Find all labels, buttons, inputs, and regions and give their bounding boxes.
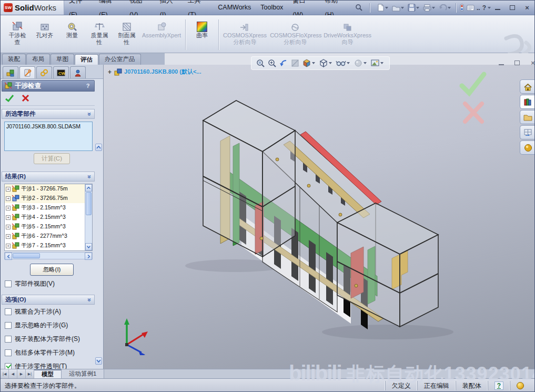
undo-button[interactable] [438,3,453,13]
assemblyxpert-button[interactable]: AssemblyXpert [142,18,181,39]
tab-sketch[interactable]: 草图 [51,54,74,65]
results-vertical-scrollbar[interactable] [85,184,92,250]
option-multibody-checkbox[interactable]: 包括多体零件干涉(M) [1,346,103,359]
previous-view-button[interactable] [279,58,288,68]
dropdown-caret-icon[interactable] [364,62,367,64]
open-document-button[interactable] [391,3,407,13]
doc-minimize-button[interactable] [496,58,507,67]
design-library-tab[interactable] [520,95,535,109]
currency-status-button[interactable] [510,381,530,390]
rebuild-button[interactable] [458,3,466,13]
doc-restore-button[interactable] [512,58,522,67]
appearances-scenes-tab[interactable] [520,140,535,155]
checkbox-icon[interactable] [5,349,12,356]
result-item[interactable]: 干涉1 - 37266.75m [5,184,92,194]
selected-components-listbox[interactable]: J0701160.JSKB.800.SLDASM [4,122,93,151]
interference-check-button[interactable]: 干涉检查 [5,18,29,46]
cosmosxpress-button[interactable]: COSMOSXpress 分析向导 [223,18,267,46]
measure-button[interactable]: 测量 [60,18,84,39]
confirmation-corner[interactable] [457,70,489,129]
zoom-to-area-button[interactable] [267,58,277,68]
results-horizontal-scrollbar[interactable] [4,252,93,259]
view-palette-tab[interactable] [520,125,535,139]
tab-scroll-left-button[interactable]: ◀ [9,369,17,378]
save-button[interactable] [407,3,422,13]
display-manager-tab[interactable] [70,66,86,78]
ignore-button[interactable]: 忽略(I) [30,264,74,276]
mass-properties-button[interactable]: 质量属性 [87,18,112,46]
toolbar-overflow[interactable]: .. [476,3,481,13]
edit-appearance-button[interactable] [354,58,368,68]
dropdown-caret-icon[interactable] [380,62,383,64]
component-view-checkbox[interactable]: 零部件视图(V) [1,277,103,290]
close-button[interactable]: × [522,4,532,12]
configuration-manager-tab[interactable] [36,66,52,78]
ok-check-button[interactable] [5,94,14,103]
cancel-x-button[interactable] [22,94,29,102]
tab-scroll-right-button[interactable]: ▶ [17,369,26,378]
feature-manager-flyout[interactable]: + J0701160.JSKB.800 (默认<... [108,68,201,76]
calculate-button[interactable]: 计算(C) [34,153,70,164]
maximize-button[interactable] [507,4,518,12]
feature-manager-tab[interactable] [3,66,18,78]
tab-scroll-last-button[interactable]: ▶| [26,369,34,378]
property-manager-tab[interactable] [19,66,35,78]
cosmosfloxpress-button[interactable]: COSMOSFloXpress 分析向导 [270,18,320,46]
assembly-name-label[interactable]: J0701160.JSKB.800 (默认<... [124,68,201,76]
tab-office-products[interactable]: 办公室产品 [99,54,141,65]
scroll-left-icon[interactable] [5,253,12,260]
pm-help-button[interactable]: ? [84,83,92,89]
dropdown-caret-icon[interactable] [312,62,315,64]
result-item[interactable]: 干涉5 - 2.15mm^3 [5,222,92,232]
scroll-right-icon[interactable] [85,253,92,260]
panel-scroll-up-button[interactable] [95,144,102,151]
results-header[interactable]: 结果(R) « [2,172,95,182]
expand-icon[interactable] [6,225,11,229]
result-item[interactable]: 干涉3 - 2.15mm^3 [5,203,92,213]
selected-component-item[interactable]: J0701160.JSKB.800.SLDASM [6,123,90,129]
tab-evaluate[interactable]: 评估 [75,54,98,65]
section-properties-button[interactable]: 剖面属性 [115,18,139,46]
expand-icon[interactable]: + [108,68,112,76]
dropdown-caret-icon[interactable] [347,62,350,64]
solidworks-resources-tab[interactable] [520,79,535,94]
search-icon[interactable] [354,3,364,13]
driveworksxpress-button[interactable]: DriveWorksXpress 向导 [324,18,371,46]
results-list[interactable]: 干涉1 - 37266.75m 干涉2 - 37266.75m 干涉3 - 2.… [4,184,93,251]
checkbox-icon[interactable] [5,308,12,315]
option-show-ignored-checkbox[interactable]: 显示忽略的干涉(G) [1,318,103,332]
expand-icon[interactable] [6,244,11,248]
expand-icon[interactable] [6,187,11,192]
option-transparent-checkbox[interactable]: 使干涉零件透明(T) [1,359,103,369]
menu-toolbox[interactable]: Toolbox [256,1,288,15]
result-item[interactable]: 干涉4 - 2.15mm^3 [5,213,92,222]
options-button[interactable] [466,3,476,13]
hide-show-items-button[interactable] [336,58,351,68]
apply-scene-button[interactable] [370,58,385,68]
camworks-tab[interactable]: CW [53,66,69,78]
section-view-button[interactable] [290,58,300,68]
graphics-area[interactable]: + J0701160.JSKB.800 (默认<... [104,65,535,369]
menu-camworks[interactable]: CAMWorks [213,1,256,15]
minimize-button[interactable] [492,4,503,12]
checkbox-icon[interactable] [5,280,12,287]
model-tab[interactable]: 模型 [34,369,62,378]
result-item[interactable]: 干涉7 - 2.15mm^3 [5,241,92,250]
tab-assembly[interactable]: 装配 [2,54,26,65]
quick-tip-help-button[interactable]: ? [488,381,510,390]
result-item[interactable]: 干涉6 - 2277mm^3 [5,232,92,241]
selected-components-header[interactable]: 所选零部件 « [2,109,95,119]
view-orientation-button[interactable] [302,58,317,68]
scroll-down-icon[interactable] [85,243,92,250]
expand-icon[interactable] [6,215,11,220]
scroll-up-icon[interactable] [85,184,92,192]
scrollbar-thumb[interactable] [13,253,40,258]
dropdown-caret-icon[interactable] [329,62,332,64]
options-header[interactable]: 选项(O) « [2,295,95,305]
new-document-button[interactable] [376,3,391,13]
expand-icon[interactable] [6,206,11,210]
scrollbar-thumb[interactable] [86,192,92,215]
tab-layout[interactable]: 布局 [26,54,50,65]
checkbox-checked-icon[interactable] [5,363,12,369]
display-style-button[interactable] [319,58,334,68]
